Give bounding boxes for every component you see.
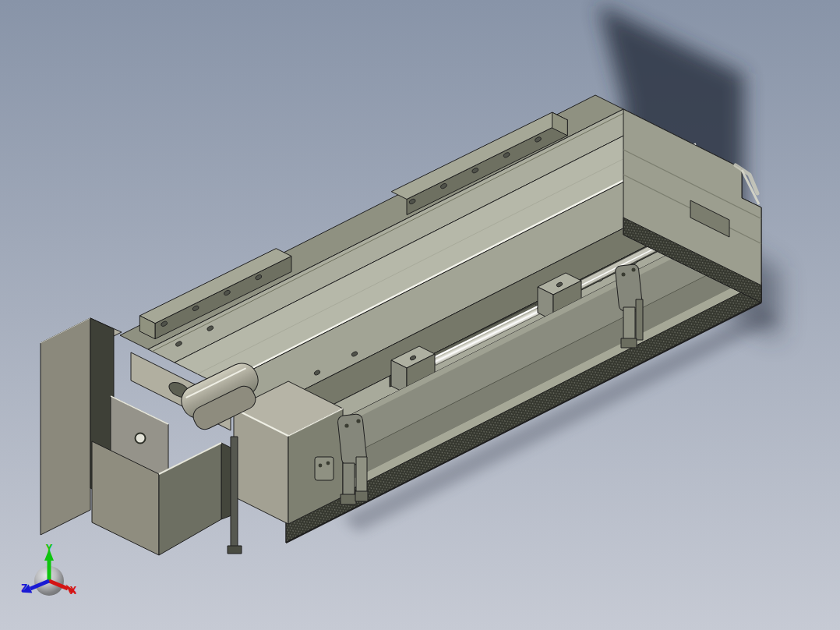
sensor-body-2: [356, 457, 367, 493]
sensor-foot-2: [355, 491, 368, 501]
mount-plate-side: [41, 318, 90, 535]
axis-y-label: Y: [46, 542, 53, 554]
model-canvas[interactable]: Y X Z: [0, 0, 840, 630]
sensor-foot: [621, 338, 637, 348]
axis-z-label: Z: [21, 582, 27, 594]
sensor-foot: [341, 494, 356, 504]
sensor-slide: [636, 299, 643, 340]
sensor-clamp: [315, 457, 334, 480]
shaft-bore: [136, 434, 146, 444]
sensor-body: [343, 463, 355, 496]
sensor-body: [623, 307, 635, 342]
cad-viewport[interactable]: Y X Z: [0, 0, 840, 630]
axis-x-label: X: [70, 584, 77, 596]
